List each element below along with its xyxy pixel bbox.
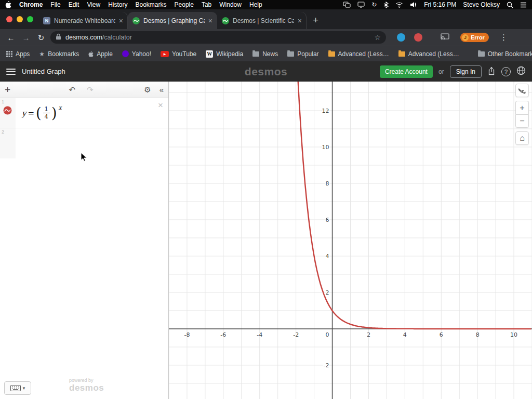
window-zoom-button[interactable] — [27, 16, 33, 22]
menu-people[interactable]: People — [175, 1, 194, 8]
bookmark-label: Apple — [97, 50, 113, 58]
menu-help[interactable]: Help — [249, 1, 262, 8]
add-expression-button[interactable]: + — [5, 84, 18, 96]
graph-canvas[interactable]: -8-6-4-2246810-2246810120 — [169, 82, 532, 399]
curve-color-icon[interactable] — [3, 106, 12, 117]
create-account-button[interactable]: Create Account — [380, 65, 433, 78]
desmos-logo: desmos — [245, 65, 287, 78]
redo-button[interactable]: ↷ — [87, 85, 94, 95]
tab-desmos-scientific[interactable]: Desmos | Scientific Calculat × — [217, 12, 307, 29]
chrome-menu-icon[interactable]: ⋮ — [500, 33, 508, 42]
folder-icon — [252, 51, 259, 57]
bookmark-label: Advanced (Less… — [408, 50, 459, 58]
menu-edit[interactable]: Edit — [69, 1, 79, 8]
default-zoom-home-button[interactable]: ⌂ — [515, 131, 529, 145]
graph-title[interactable]: Untitled Graph — [22, 68, 65, 75]
bookmark-popular[interactable]: Popular — [287, 50, 318, 58]
tab-numerade[interactable]: N Numerade Whiteboard × — [38, 12, 128, 29]
collapse-panel-icon[interactable]: « — [159, 85, 164, 95]
expression-gutter[interactable]: 1 — [0, 98, 16, 128]
help-icon[interactable]: ? — [501, 67, 511, 76]
bluetooth-icon[interactable] — [383, 2, 389, 8]
menu-tab[interactable]: Tab — [202, 1, 211, 8]
other-bookmarks[interactable]: Other Bookmarks — [478, 50, 532, 58]
svg-text:-4: -4 — [257, 331, 262, 338]
bookmark-advanced-1[interactable]: Advanced (Less… — [328, 50, 389, 58]
bookmark-label: Advanced (Less… — [338, 50, 389, 58]
bookmark-youtube[interactable]: ▶ YouTube — [161, 50, 196, 58]
bookmark-news[interactable]: News — [252, 50, 278, 58]
main-menu-icon[interactable] — [6, 69, 16, 75]
expression-panel: + ↶ ↷ ⚙ « 1 y = ( — [0, 82, 169, 399]
zoom-in-button[interactable]: + — [515, 101, 529, 114]
graph-settings-wrench-button[interactable] — [515, 84, 529, 97]
desmos-favicon — [132, 17, 140, 24]
tab-title: Numerade Whiteboard — [54, 17, 115, 24]
menu-bar-clock[interactable]: Fri 5:16 PM — [424, 1, 456, 8]
folder-icon — [328, 51, 335, 57]
youtube-icon: ▶ — [161, 51, 169, 57]
graph-area[interactable]: -8-6-4-2246810-2246810120 + − ⌂ — [169, 82, 532, 399]
extension-error-badge[interactable]: J Error — [460, 33, 489, 42]
undo-button[interactable]: ↶ — [69, 85, 76, 95]
apple-logo-icon[interactable] — [5, 1, 11, 8]
language-globe-icon[interactable] — [516, 66, 526, 77]
menu-file[interactable]: File — [50, 1, 60, 8]
spotlight-search-icon[interactable] — [507, 2, 513, 8]
numerade-favicon: N — [43, 17, 50, 24]
menu-window[interactable]: Window — [219, 1, 242, 8]
bookmark-advanced-2[interactable]: Advanced (Less… — [398, 50, 459, 58]
bookmark-label: Wikipedia — [216, 50, 243, 58]
tab-close-icon[interactable]: × — [119, 17, 123, 24]
forward-button[interactable]: → — [20, 34, 32, 42]
window-close-button[interactable] — [6, 16, 12, 22]
bookmarks-bar: Apps ★ Bookmarks Apple Yahoo! ▶ YouTube … — [0, 46, 532, 61]
extension-icon-blue[interactable] — [397, 33, 405, 42]
tab-close-icon[interactable]: × — [208, 17, 212, 24]
graph-settings-gear-icon[interactable]: ⚙ — [144, 85, 151, 95]
menu-view[interactable]: View — [87, 1, 100, 8]
show-keyboard-button[interactable]: ▾ — [4, 381, 31, 395]
screen-mirroring-icon[interactable] — [343, 2, 351, 8]
new-tab-button[interactable]: + — [313, 15, 318, 25]
tab-desmos-graphing[interactable]: Desmos | Graphing Calculat × — [128, 12, 217, 29]
window-minimize-button[interactable] — [17, 16, 23, 22]
tab-close-icon[interactable]: × — [298, 17, 302, 24]
address-input[interactable]: desmos.com/calculator ☆ — [50, 31, 386, 44]
remove-expression-button[interactable]: × — [158, 101, 163, 110]
extension-icon-red[interactable] — [414, 33, 422, 42]
cast-icon[interactable] — [441, 33, 449, 42]
menu-history[interactable]: History — [108, 1, 127, 8]
browser-toolbar: ← → ↻ desmos.com/calculator ☆ J Error ⋮ — [0, 29, 532, 46]
sync-icon[interactable]: ↻ — [371, 1, 377, 8]
expression-input-empty[interactable] — [16, 128, 168, 158]
bookmark-yahoo[interactable]: Yahoo! — [122, 50, 151, 58]
svg-text:4: 4 — [326, 253, 329, 260]
svg-text:-2: -2 — [324, 362, 329, 369]
share-icon[interactable] — [487, 66, 496, 77]
volume-icon[interactable] — [410, 2, 417, 8]
zoom-out-button[interactable]: − — [515, 114, 529, 128]
expression-row[interactable]: 1 y = ( 1 4 ) x × — [0, 98, 168, 128]
menu-bar-user[interactable]: Steve Oleksy — [463, 1, 500, 8]
expression-gutter[interactable]: 2 — [0, 128, 16, 158]
svg-text:-6: -6 — [220, 331, 226, 338]
svg-text:4: 4 — [403, 331, 407, 338]
error-badge-label: Error — [471, 34, 485, 41]
menu-chrome[interactable]: Chrome — [19, 1, 43, 8]
back-button[interactable]: ← — [5, 34, 17, 42]
menu-bookmarks[interactable]: Bookmarks — [136, 1, 167, 8]
bookmark-apple[interactable]: Apple — [88, 50, 113, 58]
sign-in-button[interactable]: Sign In — [450, 65, 482, 78]
bookmark-apps[interactable]: Apps — [6, 50, 30, 58]
desmos-header: Untitled Graph desmos Create Account or … — [0, 61, 532, 82]
bookmark-this-page-icon[interactable]: ☆ — [374, 33, 381, 42]
notification-center-icon[interactable] — [520, 2, 527, 8]
wifi-icon[interactable] — [395, 2, 403, 8]
bookmark-bookmarks[interactable]: ★ Bookmarks — [39, 50, 79, 58]
expression-input[interactable]: y = ( 1 4 ) x × — [16, 98, 168, 128]
svg-text:2: 2 — [367, 331, 370, 338]
display-icon[interactable] — [357, 2, 365, 8]
bookmark-wikipedia[interactable]: W Wikipedia — [206, 50, 243, 58]
reload-button[interactable]: ↻ — [35, 34, 47, 42]
